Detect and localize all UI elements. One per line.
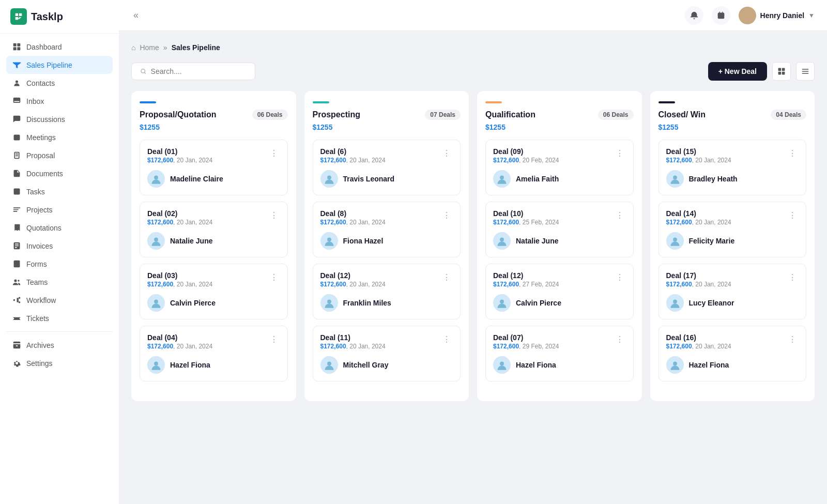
deal-card-deal-12a[interactable]: Deal (12) $172,600, 20 Jan, 2024 ⋮ Frank… <box>313 264 461 319</box>
deal-more-button[interactable]: ⋮ <box>268 209 280 221</box>
sidebar-item-tasks[interactable]: Tasks <box>6 182 113 201</box>
sidebar-item-quotations[interactable]: Quotations <box>6 219 113 237</box>
sidebar-item-documents[interactable]: Documents <box>6 164 113 182</box>
deal-amount: $172,600 <box>147 343 173 350</box>
deal-more-button[interactable]: ⋮ <box>614 209 626 221</box>
deal-card-deal-10[interactable]: Deal (10) $172,600, 25 Feb, 2024 ⋮ Natal… <box>485 202 634 257</box>
search-input[interactable] <box>151 67 247 75</box>
deal-person: Bradley Heath <box>666 170 799 188</box>
deal-more-button[interactable]: ⋮ <box>268 271 280 283</box>
deal-more-button[interactable]: ⋮ <box>440 333 453 345</box>
list-view-button[interactable] <box>796 62 815 81</box>
deal-person: Calvin Pierce <box>493 294 626 312</box>
person-avatar <box>147 232 165 250</box>
deal-card-deal-12b[interactable]: Deal (12) $172,600, 27 Feb, 2024 ⋮ Calvi… <box>485 264 634 319</box>
deal-meta: $172,600, 20 Feb, 2024 <box>493 157 559 164</box>
deal-more-button[interactable]: ⋮ <box>440 271 453 283</box>
svg-point-28 <box>154 300 158 304</box>
deal-card-deal-16[interactable]: Deal (16) $172,600, 20 Jan, 2024 ⋮ Hazel… <box>658 326 807 381</box>
deal-more-button[interactable]: ⋮ <box>440 147 453 159</box>
deal-card-deal-02[interactable]: Deal (02) $172,600, 20 Jan, 2024 ⋮ Natal… <box>140 202 288 257</box>
forms-icon <box>12 259 21 268</box>
sidebar-item-invoices[interactable]: Invoices <box>6 237 113 255</box>
deal-date: 20 Jan, 2024 <box>349 343 385 350</box>
sidebar-item-meetings[interactable]: Meetings <box>6 128 113 146</box>
person-name: Madeline Claire <box>170 175 223 183</box>
notifications-button[interactable] <box>685 6 703 25</box>
deal-card-deal-8[interactable]: Deal (8) $172,600, 20 Jan, 2024 ⋮ Fiona … <box>313 202 461 257</box>
deal-card-header: Deal (04) $172,600, 20 Jan, 2024 ⋮ <box>147 333 280 350</box>
deal-person: Hazel Fiona <box>666 356 799 374</box>
person-avatar <box>320 232 338 250</box>
sidebar-item-teams[interactable]: Teams <box>6 273 113 291</box>
deal-card-header: Deal (16) $172,600, 20 Jan, 2024 ⋮ <box>666 333 799 350</box>
deal-person: Felicity Marie <box>666 232 799 250</box>
sidebar-item-projects[interactable]: Projects <box>6 201 113 219</box>
deal-card-deal-11[interactable]: Deal (11) $172,600, 20 Jan, 2024 ⋮ Mitch… <box>313 326 461 381</box>
svg-point-29 <box>154 362 158 366</box>
deal-more-button[interactable]: ⋮ <box>614 147 626 159</box>
deal-meta: $172,600, 25 Feb, 2024 <box>493 219 559 226</box>
search-box[interactable] <box>131 63 255 80</box>
bell-icon <box>690 11 699 20</box>
deal-more-button[interactable]: ⋮ <box>786 333 799 345</box>
deal-more-button[interactable]: ⋮ <box>614 333 626 345</box>
deal-more-button[interactable]: ⋮ <box>268 147 280 159</box>
deal-card-deal-09[interactable]: Deal (09) $172,600, 20 Feb, 2024 ⋮ Ameli… <box>485 140 634 195</box>
deal-card-deal-07[interactable]: Deal (07) $172,600, 29 Feb, 2024 ⋮ Hazel… <box>485 326 634 381</box>
deal-card-header: Deal (15) $172,600, 20 Jan, 2024 ⋮ <box>666 147 799 164</box>
deal-more-button[interactable]: ⋮ <box>786 209 799 221</box>
sidebar-item-inbox[interactable]: Inbox <box>6 92 113 110</box>
deal-card-deal-6[interactable]: Deal (6) $172,600, 20 Jan, 2024 ⋮ Travis… <box>313 140 461 195</box>
deal-more-button[interactable]: ⋮ <box>440 209 453 221</box>
deal-date: 20 Jan, 2024 <box>349 157 385 164</box>
sidebar-item-invoices-label: Invoices <box>26 242 53 250</box>
svg-point-32 <box>327 300 331 304</box>
deal-meta: $172,600, 20 Jan, 2024 <box>320 281 386 288</box>
deal-more-button[interactable]: ⋮ <box>268 333 280 345</box>
sidebar-item-archives[interactable]: Archives <box>6 336 113 354</box>
column-title-proposal-quotation: Proposal/Quotation <box>140 110 216 119</box>
deal-person: Natalie June <box>147 232 280 250</box>
user-menu[interactable]: Henry Daniel ▼ <box>739 7 815 24</box>
topbar-left: « <box>131 8 141 23</box>
column-amount-closed-win: $1255 <box>658 123 807 131</box>
deal-card-deal-01[interactable]: Deal (01) $172,600, 20 Jan, 2024 ⋮ Madel… <box>140 140 288 195</box>
sidebar-item-sales-pipeline-label: Sales Pipeline <box>26 61 72 69</box>
person-avatar <box>147 170 165 188</box>
settings-icon <box>12 359 21 368</box>
sidebar-item-dashboard[interactable]: Dashboard <box>6 38 113 56</box>
deal-card-deal-15[interactable]: Deal (15) $172,600, 20 Jan, 2024 ⋮ Bradl… <box>658 140 807 195</box>
breadcrumb: ⌂ Home » Sales Pipeline <box>131 43 815 52</box>
sidebar-collapse-button[interactable]: « <box>131 8 141 23</box>
sidebar-item-dashboard-label: Dashboard <box>26 43 62 51</box>
sidebar-item-tickets[interactable]: Tickets <box>6 309 113 327</box>
new-deal-button[interactable]: + New Deal <box>708 62 767 81</box>
sidebar-item-archives-label: Archives <box>26 341 54 349</box>
sidebar-item-contacts[interactable]: Contacts <box>6 74 113 92</box>
deal-more-button[interactable]: ⋮ <box>786 271 799 283</box>
sidebar-item-sales-pipeline[interactable]: Sales Pipeline <box>6 56 113 74</box>
sidebar-item-workflow[interactable]: Workflow <box>6 291 113 309</box>
deal-more-button[interactable]: ⋮ <box>614 271 626 283</box>
sidebar-item-forms[interactable]: Forms <box>6 255 113 273</box>
toolbar-right: + New Deal <box>708 62 815 81</box>
deal-card-deal-17[interactable]: Deal (17) $172,600, 20 Jan, 2024 ⋮ Lucy … <box>658 264 807 319</box>
deal-more-button[interactable]: ⋮ <box>786 147 799 159</box>
sidebar-item-discussions[interactable]: Discussions <box>6 110 113 128</box>
svg-point-26 <box>154 176 158 180</box>
sidebar-item-inbox-label: Inbox <box>26 97 44 105</box>
deal-card-deal-03[interactable]: Deal (03) $172,600, 20 Jan, 2024 ⋮ Calvi… <box>140 264 288 319</box>
person-name: Amelia Faith <box>516 175 559 183</box>
sidebar-item-settings[interactable]: Settings <box>6 354 113 372</box>
deal-card-deal-14[interactable]: Deal (14) $172,600, 20 Jan, 2024 ⋮ Felic… <box>658 202 807 257</box>
deal-card-deal-04[interactable]: Deal (04) $172,600, 20 Jan, 2024 ⋮ Hazel… <box>140 326 288 381</box>
list-icon <box>801 67 809 75</box>
deal-card-header: Deal (10) $172,600, 25 Feb, 2024 ⋮ <box>493 209 626 226</box>
grid-view-button[interactable] <box>772 62 791 81</box>
column-closed-win: Closed/ Win 04 Deals $1255 Deal (15) $17… <box>650 91 815 401</box>
calendar-button[interactable] <box>712 6 730 25</box>
sidebar-item-proposal[interactable]: Proposal <box>6 146 113 164</box>
contacts-icon <box>12 79 21 87</box>
svg-point-33 <box>327 362 331 366</box>
